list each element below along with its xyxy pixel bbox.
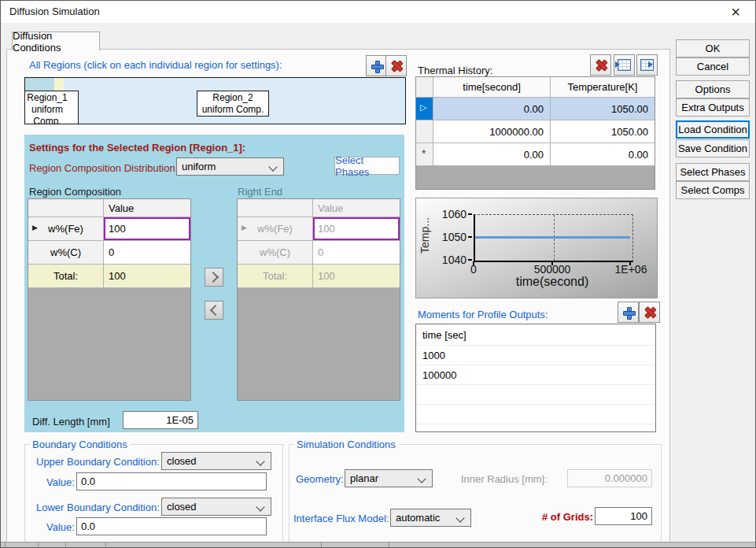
clipped-grid-strip xyxy=(1,542,755,548)
window-title: Diffusion Simulation xyxy=(9,6,100,17)
thermal-row-selected: ▷ 0.00 1050.00 xyxy=(416,98,655,120)
region1-name: Region_1 xyxy=(24,92,78,104)
plus-icon xyxy=(622,306,635,319)
moments-list[interactable]: time [sec] 1000 100000 xyxy=(415,324,656,432)
current-row-marker-icon: ▶ xyxy=(242,224,247,231)
thermal-row: 1000000.00 1050.00 xyxy=(416,120,655,143)
value-cell: 0 xyxy=(313,241,400,264)
chevron-down-icon xyxy=(268,162,277,171)
temperature-cell[interactable]: 0.00 xyxy=(551,143,655,165)
region2-label-box[interactable]: Region_2 uniform Comp. xyxy=(197,91,269,117)
time-cell[interactable]: 0.00 xyxy=(433,143,551,165)
add-region-button[interactable] xyxy=(366,55,387,76)
delete-region-button[interactable] xyxy=(385,55,407,76)
chevron-left-icon xyxy=(209,305,220,316)
ok-button[interactable]: OK xyxy=(676,39,750,57)
value-column-header: Value xyxy=(104,199,190,217)
dialog-window: Diffusion Simulation × Diffusion Conditi… xyxy=(0,0,756,548)
moments-delete-button[interactable] xyxy=(639,302,660,323)
region1-label-box[interactable]: Region_1 uniform Comp. xyxy=(24,91,79,124)
thermal-delete-row-button[interactable] xyxy=(590,54,611,76)
thermal-append-row-button[interactable] xyxy=(636,54,658,76)
list-item[interactable]: 1000 xyxy=(416,346,655,365)
inner-radius-input: 0.000000 xyxy=(567,469,652,487)
right-end-table: Value ▶ w%(Fe) 100 w%(C) 0 Total: 100 xyxy=(237,198,400,401)
header-corner-cell xyxy=(238,199,313,217)
region-composition-table: Value ▶ w%(Fe) 100 w%(C) 0 Total: 100 xyxy=(28,198,191,401)
component-label: w%(Fe) xyxy=(48,223,83,235)
total-label-cell: Total: xyxy=(28,265,104,287)
upper-boundary-select[interactable]: closed xyxy=(161,452,271,470)
row-header-cell[interactable] xyxy=(416,120,433,143)
time-column-header: time[second] xyxy=(433,77,551,97)
lower-boundary-select[interactable]: closed xyxy=(161,498,271,516)
diff-length-input[interactable]: 1E-05 xyxy=(123,411,198,429)
moments-list-header: time [sec] xyxy=(416,324,655,346)
thermal-insert-row-button[interactable] xyxy=(614,54,635,76)
temperature-column-header: Temperature[K] xyxy=(551,77,655,97)
row-label-cell: ▶ w%(Fe) xyxy=(238,217,313,240)
regions-strip[interactable]: Region_1 uniform Comp. Region_2 uniform … xyxy=(24,77,406,124)
selected-row-marker-icon: ▷ xyxy=(420,102,426,113)
temperature-cell[interactable]: 1050.00 xyxy=(551,98,655,120)
time-cell[interactable]: 0.00 xyxy=(433,98,551,120)
empty-list-row xyxy=(416,405,655,424)
lower-value-input[interactable]: 0.0 xyxy=(76,517,267,535)
thermal-history-table: time[second] Temperature[K] ▷ 0.00 1050.… xyxy=(415,76,655,190)
list-item[interactable]: 100000 xyxy=(416,365,655,385)
upper-boundary-label: Upper Boundary Condition: xyxy=(36,456,160,468)
select-phases-button[interactable]: Select Phases xyxy=(334,157,400,175)
value-cell[interactable]: 0 xyxy=(104,241,190,264)
thermal-history-chart: Temp... 1060 1050 1040 0 500000 1E+06 ti… xyxy=(415,198,658,298)
empty-list-row xyxy=(416,385,655,405)
select-phases-side-button[interactable]: Select Phases xyxy=(676,163,750,181)
chevron-right-icon xyxy=(207,272,218,283)
moments-label: Moments for Profile Outputs: xyxy=(418,309,548,320)
component-label: w%(C) xyxy=(260,246,290,258)
table-row: w%(C) 0 xyxy=(28,241,190,265)
value-cell[interactable]: 100 xyxy=(104,217,190,240)
copy-right-button[interactable] xyxy=(205,268,223,287)
interface-flux-model-select[interactable]: automatic xyxy=(390,509,471,527)
value-column-header: Value xyxy=(313,199,400,217)
options-button[interactable]: Options xyxy=(676,80,750,98)
grids-label: # of Grids: xyxy=(542,511,593,523)
region2-comp: uniform Comp. xyxy=(197,104,268,116)
delete-x-icon xyxy=(644,306,656,319)
y-tick-label: 1060 xyxy=(438,208,467,220)
tab-diffusion-conditions[interactable]: Diffusion Conditions xyxy=(12,31,100,50)
table-header-row: Value xyxy=(238,199,400,217)
y-tick xyxy=(468,259,472,261)
tab-label: Diffusion Conditions xyxy=(13,30,99,54)
region-composition-label: Region Composition xyxy=(29,186,121,198)
thermal-new-row: * 0.00 0.00 xyxy=(416,143,655,166)
temperature-cell[interactable]: 1050.00 xyxy=(551,120,655,143)
row-label-cell: w%(C) xyxy=(28,241,104,264)
chart-plot-area xyxy=(474,214,633,262)
table-row: w%(C) 0 xyxy=(238,241,400,265)
time-cell[interactable]: 1000000.00 xyxy=(433,120,551,143)
distribution-select[interactable]: uniform xyxy=(176,157,284,176)
x-tick-label: 500000 xyxy=(525,263,580,276)
select-comps-button[interactable]: Select Comps xyxy=(676,181,750,199)
y-tick xyxy=(468,236,472,238)
moments-add-button[interactable] xyxy=(618,302,639,323)
row-header-cell[interactable]: ▷ xyxy=(416,98,433,120)
inner-radius-label: Inner Radius [mm]: xyxy=(461,473,548,485)
geometry-select[interactable]: planar xyxy=(345,469,433,487)
y-tick xyxy=(468,213,472,215)
table-row: ▶ w%(Fe) 100 xyxy=(28,217,190,241)
copy-left-button[interactable] xyxy=(205,301,223,320)
extra-outputs-button[interactable]: Extra Outputs xyxy=(676,98,750,117)
save-condition-button[interactable]: Save Condition xyxy=(676,139,750,157)
upper-value-input[interactable]: 0.0 xyxy=(76,472,267,491)
close-icon[interactable]: × xyxy=(722,1,749,23)
grids-input[interactable]: 100 xyxy=(595,507,652,525)
row-header-cell[interactable]: * xyxy=(416,143,433,165)
cancel-button[interactable]: Cancel xyxy=(676,57,750,76)
geometry-label: Geometry: xyxy=(296,473,344,485)
select-phases-label: Select Phases xyxy=(335,154,399,178)
lower-value-label: Value: xyxy=(46,521,75,533)
total-value-cell: 100 xyxy=(104,265,190,287)
load-condition-button[interactable]: Load Condition xyxy=(676,120,750,139)
